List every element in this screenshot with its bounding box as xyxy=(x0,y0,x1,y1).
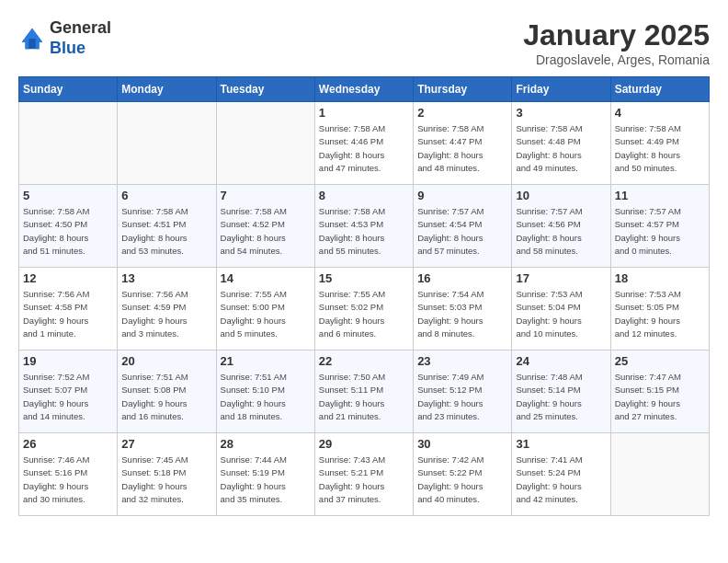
day-number: 25 xyxy=(615,354,705,368)
calendar-cell: 21Sunrise: 7:51 AM Sunset: 5:10 PM Dayli… xyxy=(216,350,314,433)
calendar-cell: 4Sunrise: 7:58 AM Sunset: 4:49 PM Daylig… xyxy=(610,102,709,185)
calendar-cell xyxy=(19,102,118,185)
day-number: 11 xyxy=(615,189,705,202)
week-row-3: 12Sunrise: 7:56 AM Sunset: 4:58 PM Dayli… xyxy=(19,268,710,350)
day-info: Sunrise: 7:52 AM Sunset: 5:07 PM Dayligh… xyxy=(23,371,113,423)
logo-icon xyxy=(18,25,46,52)
weekday-header-saturday: Saturday xyxy=(610,77,709,102)
day-info: Sunrise: 7:58 AM Sunset: 4:53 PM Dayligh… xyxy=(319,205,409,258)
calendar-cell: 9Sunrise: 7:57 AM Sunset: 4:54 PM Daylig… xyxy=(414,185,512,268)
day-info: Sunrise: 7:55 AM Sunset: 5:02 PM Dayligh… xyxy=(319,288,409,340)
day-info: Sunrise: 7:42 AM Sunset: 5:22 PM Dayligh… xyxy=(417,454,507,506)
day-info: Sunrise: 7:53 AM Sunset: 5:04 PM Dayligh… xyxy=(516,288,606,340)
calendar-cell: 7Sunrise: 7:58 AM Sunset: 4:52 PM Daylig… xyxy=(216,185,314,268)
day-number: 17 xyxy=(516,271,606,285)
day-info: Sunrise: 7:57 AM Sunset: 4:56 PM Dayligh… xyxy=(516,205,606,258)
week-row-1: 1Sunrise: 7:58 AM Sunset: 4:46 PM Daylig… xyxy=(19,102,710,185)
calendar-cell: 5Sunrise: 7:58 AM Sunset: 4:50 PM Daylig… xyxy=(19,185,118,268)
calendar-cell: 31Sunrise: 7:41 AM Sunset: 5:24 PM Dayli… xyxy=(512,433,610,516)
calendar-cell: 26Sunrise: 7:46 AM Sunset: 5:16 PM Dayli… xyxy=(19,433,118,516)
day-info: Sunrise: 7:50 AM Sunset: 5:11 PM Dayligh… xyxy=(319,371,409,423)
calendar-cell: 18Sunrise: 7:53 AM Sunset: 5:05 PM Dayli… xyxy=(610,268,709,350)
day-number: 30 xyxy=(417,437,507,451)
day-info: Sunrise: 7:58 AM Sunset: 4:48 PM Dayligh… xyxy=(516,122,606,175)
day-info: Sunrise: 7:46 AM Sunset: 5:16 PM Dayligh… xyxy=(23,454,113,506)
calendar-cell: 30Sunrise: 7:42 AM Sunset: 5:22 PM Dayli… xyxy=(414,433,512,516)
week-row-4: 19Sunrise: 7:52 AM Sunset: 5:07 PM Dayli… xyxy=(19,350,710,433)
calendar-cell xyxy=(610,433,709,516)
logo-blue-text: Blue xyxy=(50,39,111,59)
calendar-cell xyxy=(216,102,314,185)
day-number: 1 xyxy=(319,106,409,120)
day-number: 19 xyxy=(23,354,113,368)
calendar-cell: 14Sunrise: 7:55 AM Sunset: 5:00 PM Dayli… xyxy=(216,268,314,350)
calendar-cell: 28Sunrise: 7:44 AM Sunset: 5:19 PM Dayli… xyxy=(216,433,314,516)
calendar-cell xyxy=(118,102,216,185)
day-info: Sunrise: 7:58 AM Sunset: 4:49 PM Dayligh… xyxy=(615,122,705,175)
calendar-cell: 2Sunrise: 7:58 AM Sunset: 4:47 PM Daylig… xyxy=(414,102,512,185)
day-info: Sunrise: 7:41 AM Sunset: 5:24 PM Dayligh… xyxy=(516,454,606,506)
day-info: Sunrise: 7:44 AM Sunset: 5:19 PM Dayligh… xyxy=(221,454,311,506)
day-info: Sunrise: 7:57 AM Sunset: 4:54 PM Dayligh… xyxy=(417,205,507,258)
logo-general-text: General xyxy=(50,18,111,39)
day-info: Sunrise: 7:58 AM Sunset: 4:52 PM Dayligh… xyxy=(221,205,311,258)
calendar-cell: 25Sunrise: 7:47 AM Sunset: 5:15 PM Dayli… xyxy=(610,350,709,433)
day-info: Sunrise: 7:55 AM Sunset: 5:00 PM Dayligh… xyxy=(221,288,311,340)
day-number: 13 xyxy=(121,271,211,285)
day-number: 6 xyxy=(121,189,211,202)
day-info: Sunrise: 7:54 AM Sunset: 5:03 PM Dayligh… xyxy=(417,288,507,340)
day-info: Sunrise: 7:57 AM Sunset: 4:57 PM Dayligh… xyxy=(615,205,705,258)
calendar-cell: 1Sunrise: 7:58 AM Sunset: 4:46 PM Daylig… xyxy=(314,102,413,185)
calendar-cell: 22Sunrise: 7:50 AM Sunset: 5:11 PM Dayli… xyxy=(314,350,413,433)
day-info: Sunrise: 7:51 AM Sunset: 5:10 PM Dayligh… xyxy=(221,371,311,423)
calendar-cell: 17Sunrise: 7:53 AM Sunset: 5:04 PM Dayli… xyxy=(512,268,610,350)
weekday-header-tuesday: Tuesday xyxy=(216,77,314,102)
day-number: 10 xyxy=(516,189,606,202)
day-number: 31 xyxy=(516,437,606,451)
day-info: Sunrise: 7:58 AM Sunset: 4:51 PM Dayligh… xyxy=(121,205,211,258)
calendar-cell: 6Sunrise: 7:58 AM Sunset: 4:51 PM Daylig… xyxy=(118,185,216,268)
calendar-cell: 19Sunrise: 7:52 AM Sunset: 5:07 PM Dayli… xyxy=(19,350,118,433)
calendar-title: January 2025 xyxy=(523,18,710,52)
calendar-cell: 23Sunrise: 7:49 AM Sunset: 5:12 PM Dayli… xyxy=(414,350,512,433)
day-number: 29 xyxy=(319,437,409,451)
calendar-cell: 24Sunrise: 7:48 AM Sunset: 5:14 PM Dayli… xyxy=(512,350,610,433)
calendar-cell: 20Sunrise: 7:51 AM Sunset: 5:08 PM Dayli… xyxy=(118,350,216,433)
day-number: 12 xyxy=(23,271,113,285)
weekday-header-wednesday: Wednesday xyxy=(314,77,413,102)
day-info: Sunrise: 7:48 AM Sunset: 5:14 PM Dayligh… xyxy=(516,371,606,423)
calendar-cell: 27Sunrise: 7:45 AM Sunset: 5:18 PM Dayli… xyxy=(118,433,216,516)
calendar-cell: 8Sunrise: 7:58 AM Sunset: 4:53 PM Daylig… xyxy=(314,185,413,268)
day-number: 2 xyxy=(417,106,507,120)
header: General Blue January 2025 Dragoslavele, … xyxy=(18,18,710,67)
day-info: Sunrise: 7:51 AM Sunset: 5:08 PM Dayligh… xyxy=(121,371,211,423)
day-info: Sunrise: 7:49 AM Sunset: 5:12 PM Dayligh… xyxy=(417,371,507,423)
calendar-cell: 16Sunrise: 7:54 AM Sunset: 5:03 PM Dayli… xyxy=(414,268,512,350)
calendar-cell: 13Sunrise: 7:56 AM Sunset: 4:59 PM Dayli… xyxy=(118,268,216,350)
day-number: 23 xyxy=(417,354,507,368)
day-number: 22 xyxy=(319,354,409,368)
day-info: Sunrise: 7:43 AM Sunset: 5:21 PM Dayligh… xyxy=(319,454,409,506)
title-section: January 2025 Dragoslavele, Arges, Romani… xyxy=(523,18,710,67)
week-row-2: 5Sunrise: 7:58 AM Sunset: 4:50 PM Daylig… xyxy=(19,185,710,268)
day-number: 27 xyxy=(121,437,211,451)
day-info: Sunrise: 7:45 AM Sunset: 5:18 PM Dayligh… xyxy=(121,454,211,506)
day-number: 9 xyxy=(417,189,507,202)
weekday-header-row: SundayMondayTuesdayWednesdayThursdayFrid… xyxy=(19,77,710,102)
calendar-cell: 10Sunrise: 7:57 AM Sunset: 4:56 PM Dayli… xyxy=(512,185,610,268)
day-number: 24 xyxy=(516,354,606,368)
calendar-subtitle: Dragoslavele, Arges, Romania xyxy=(523,52,710,67)
day-number: 14 xyxy=(221,271,311,285)
weekday-header-sunday: Sunday xyxy=(19,77,118,102)
calendar-cell: 12Sunrise: 7:56 AM Sunset: 4:58 PM Dayli… xyxy=(19,268,118,350)
day-info: Sunrise: 7:47 AM Sunset: 5:15 PM Dayligh… xyxy=(615,371,705,423)
week-row-5: 26Sunrise: 7:46 AM Sunset: 5:16 PM Dayli… xyxy=(19,433,710,516)
day-number: 4 xyxy=(615,106,705,120)
day-info: Sunrise: 7:56 AM Sunset: 4:58 PM Dayligh… xyxy=(23,288,113,340)
calendar-cell: 29Sunrise: 7:43 AM Sunset: 5:21 PM Dayli… xyxy=(314,433,413,516)
day-info: Sunrise: 7:58 AM Sunset: 4:47 PM Dayligh… xyxy=(417,122,507,175)
day-number: 3 xyxy=(516,106,606,120)
weekday-header-monday: Monday xyxy=(118,77,216,102)
day-number: 28 xyxy=(221,437,311,451)
logo: General Blue xyxy=(18,18,111,58)
